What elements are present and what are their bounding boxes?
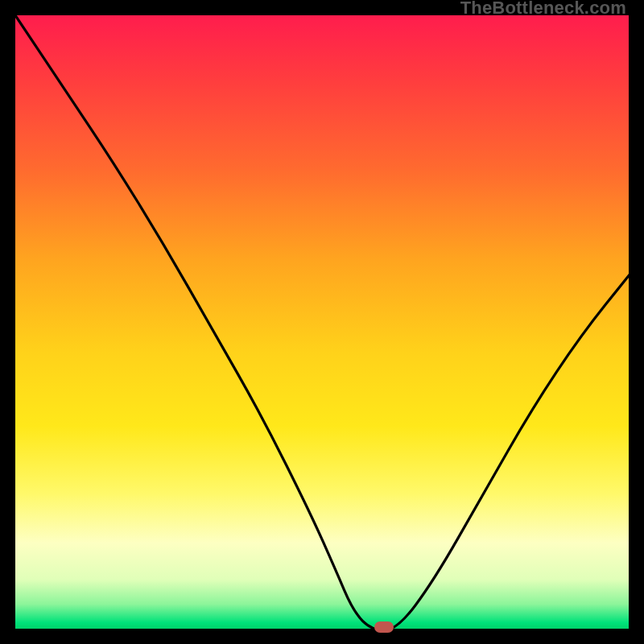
watermark-label: TheBottleneck.com [460, 0, 626, 19]
plot-area [14, 14, 630, 630]
chart-wrapper: TheBottleneck.com [0, 0, 644, 644]
bottleneck-curve [15, 15, 630, 630]
optimum-marker [374, 621, 394, 633]
